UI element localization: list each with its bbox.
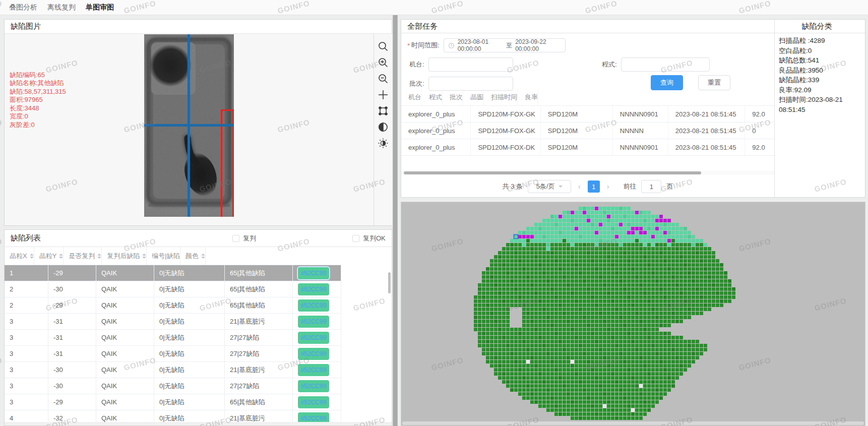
breadcrumb-item[interactable]: 离线复判 [47,3,86,12]
table-row[interactable]: 1 -29 QAIK 0|无缺陷 65|其他缺陷 #52CC99 [5,265,341,281]
cell-die-x: 1 [5,265,48,281]
defect-annotation-line: 宽度:0 [10,112,66,121]
cell-program: SPD120M-FOX-GK [471,106,540,122]
table-row[interactable]: 3 -31 QAIK 0|无缺陷 27|27缺陷 #52CC99 [5,346,341,362]
page-size-select[interactable]: 5条/页 [528,180,571,193]
zoom-out-icon[interactable] [377,72,390,85]
goto-label: 前往 [623,182,636,191]
defect-list-column-header[interactable]: 颜色 [180,247,206,265]
xray-image[interactable] [144,34,234,217]
color-chip[interactable]: #52CC99 [298,283,329,295]
table-row[interactable]: 3 -31 QAIK 0|无缺陷 27|27缺陷 #52CC99 [5,330,341,346]
breadcrumb-label[interactable]: 离线复判 [47,3,76,12]
cell-review-flag: QAIK [96,394,154,410]
sort-caret-icon[interactable] [201,252,205,261]
classification-stat-line: 缺陷晶粒:339 [779,75,862,85]
defect-list-header-row: 晶粒X 晶粒Y 是否复判 复判后缺陷 [5,247,341,265]
goto-page-input[interactable] [641,180,661,193]
wafer-horizontal-scrollbar[interactable] [402,421,864,425]
color-chip[interactable]: #52CC99 [298,316,329,328]
cell-code-defect: 27|27缺陷 [225,346,293,361]
search-button[interactable]: 查询 [651,75,683,90]
breadcrumb-item[interactable]: 叠图分析 [9,3,47,12]
task-row[interactable]: explorer_0_plus SPD120M-FOX-GK SPD120M N… [401,106,774,123]
breadcrumb-label[interactable]: 叠图分析 [9,3,37,12]
column-splitter[interactable] [393,15,398,426]
color-chip[interactable]: #52CC99 [298,332,329,344]
task-row[interactable]: explorer_0_plus SPD120M-FOX-DK SPD120M N… [401,139,774,156]
page-number-button[interactable]: 1 [588,180,600,193]
batch-label: 批次: [409,79,424,88]
defect-list-body: 1 -29 QAIK 0|无缺陷 65|其他缺陷 #52CC99 2 -30 Q… [5,265,341,426]
cell-die-y: -30 [48,281,96,297]
reset-button[interactable]: 重置 [698,75,730,90]
defect-list-column-header[interactable]: 晶粒Y [34,247,64,265]
breadcrumb-label[interactable]: 单图审图 [86,3,114,12]
defect-list-title: 缺陷列表 [11,233,41,243]
defect-list-column-header[interactable]: 晶粒X [5,247,34,265]
review-checkbox[interactable] [232,235,239,242]
color-chip[interactable]: #52CC99 [298,380,329,392]
sort-caret-icon[interactable] [30,252,34,261]
cell-after-review: 0|无缺陷 [154,330,225,345]
defect-annotations: 缺陷编码:65缺陷名称:其他缺陷缺陷:58,57,311,315面积:97965… [10,46,66,129]
xray-image-viewport[interactable] [144,34,234,217]
defect-list-vertical-scrollbar[interactable] [388,272,391,293]
sort-caret-icon[interactable] [59,252,63,261]
rect-select-icon[interactable] [377,104,390,117]
color-chip[interactable]: #52CC99 [298,396,329,408]
tasks-table-header-row: 机台程式批次晶圆扫描时间良率 [401,89,774,106]
cell-after-review: 0|无缺陷 [154,378,225,394]
cell-yield: 92.0 [745,106,774,122]
crosshair-icon[interactable] [377,88,390,101]
defect-list-column-header[interactable]: 复判后缺陷 [102,247,147,265]
table-row[interactable]: 3 -30 QAIK 0|无缺陷 27|27缺陷 #52CC99 [5,378,341,394]
color-chip[interactable]: #52CC99 [298,267,329,279]
table-row[interactable]: 3 -31 QAIK 0|无缺陷 21|基底脏污 #52CC99 [5,314,341,330]
defect-annotation-line: 长度:3448 [10,104,66,113]
table-row[interactable]: 3 -30 QAIK 0|无缺陷 21|基底脏污 #52CC99 [5,362,341,378]
table-row[interactable]: 3 -29 QAIK 0|无缺陷 65|其他缺陷 #52CC99 [5,394,341,410]
cell-scan-time: 2023-08-21 08:51:45 [668,106,746,122]
next-page-button[interactable]: › [605,182,611,191]
zoom-in-icon[interactable] [377,56,390,69]
task-row[interactable]: explorer_0_plus SPD120M-FOX-GK SPD120M N… [401,123,774,139]
review-checkbox-label: 复判 [243,234,256,243]
brightness-icon[interactable] [377,137,390,150]
cell-program: SPD120M-FOX-GK [471,123,540,139]
column-label: 颜色 [185,252,199,261]
program-input[interactable] [621,57,710,72]
sort-caret-icon[interactable] [142,252,146,261]
color-chip[interactable]: #52CC99 [298,348,329,360]
classification-stat-line: 扫描时间:2023-08-21 08:51:45 [779,95,862,114]
prev-page-button[interactable]: ‹ [576,182,583,191]
color-chip[interactable]: #52CC99 [298,299,329,312]
defect-list-column-header[interactable]: 编号|缺陷 [147,247,180,265]
defect-list-horizontal-scrollbar[interactable] [5,422,392,425]
cell-review-flag: QAIK [96,378,154,394]
cell-after-review: 0|无缺陷 [154,297,225,313]
breadcrumb-item[interactable]: 单图审图 [86,3,114,12]
machine-input[interactable] [428,57,513,72]
time-range-picker[interactable]: 2023-08-01 00:00:00 至 2023-09-22 00:00:0… [444,38,566,52]
cell-program: SPD120M-FOX-DK [471,139,540,155]
time-from-value[interactable]: 2023-08-01 00:00:00 [458,38,504,52]
defect-list-column-header[interactable]: 是否复判 [64,247,102,265]
table-row[interactable]: 2 -29 QAIK 0|无缺陷 65|其他缺陷 #52CC99 [5,297,341,314]
wafer-map-canvas[interactable] [401,204,865,424]
cell-code-defect: 65|其他缺陷 [225,297,293,313]
cell-batch: SPD120M [541,106,613,122]
contrast-icon[interactable] [377,120,390,134]
magnifier-icon[interactable] [377,40,390,53]
defect-image-title: 缺陷图片 [11,22,41,31]
review-ok-checkbox[interactable] [352,235,359,242]
cell-code-defect: 21|基底脏污 [225,362,293,378]
color-chip[interactable]: #52CC99 [298,364,329,376]
scrollbar-thumb[interactable] [404,171,701,174]
cell-die-x: 3 [5,362,48,378]
table-row[interactable]: 2 -30 QAIK 0|无缺陷 65|其他缺陷 #52CC99 [5,281,341,297]
wafer-map-panel [401,202,865,426]
time-to-value[interactable]: 2023-09-22 00:00:00 [515,38,561,52]
sort-caret-icon[interactable] [97,252,101,261]
time-separator: 至 [506,41,512,50]
